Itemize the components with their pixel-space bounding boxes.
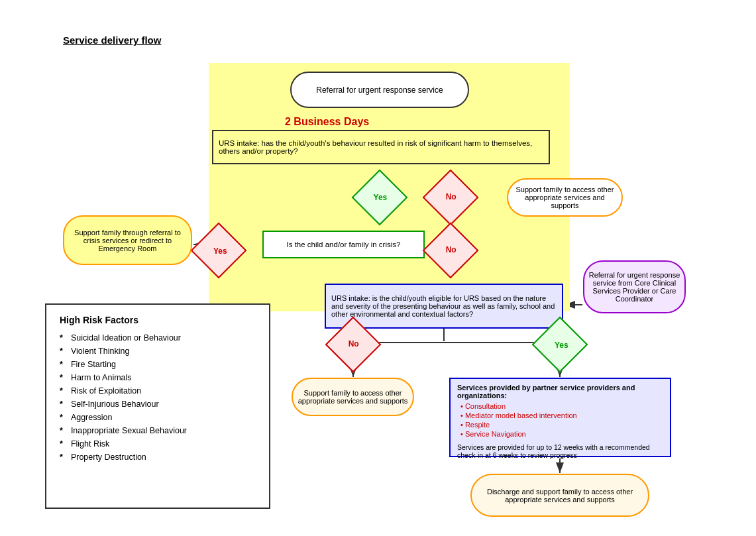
- high-risk-item: *Self-Injurious Behaviour: [60, 400, 256, 409]
- services-title: Services provided by partner service pro…: [457, 384, 663, 400]
- bullet-star: *: [60, 373, 63, 382]
- referral-pill: Referral for urgent response service: [290, 72, 469, 108]
- yes-label-2: Yes: [213, 246, 227, 256]
- yes-label-3: Yes: [555, 341, 568, 350]
- high-risk-item: *Harm to Animals: [60, 373, 256, 382]
- support-family-pill-1: Support family to access other appropria…: [507, 178, 623, 217]
- bullet-star: *: [60, 333, 63, 343]
- crisis-box: Is the child and/or family in crisis?: [262, 231, 425, 258]
- services-box: Services provided by partner service pro…: [449, 378, 671, 457]
- page-title: Service delivery flow: [63, 34, 161, 46]
- bullet-star: *: [60, 426, 63, 435]
- no-label-3: No: [349, 339, 359, 348]
- support-family-pill-2: Support family to access other appropria…: [292, 378, 414, 416]
- services-note: Services are provided for up to 12 weeks…: [457, 443, 663, 459]
- high-risk-item-text: Suicidal Ideation or Behaviour: [71, 333, 181, 343]
- high-risk-title: High Risk Factors: [60, 315, 256, 325]
- bullet-star: *: [60, 413, 63, 422]
- high-risk-item: *Inappropriate Sexual Behaviour: [60, 426, 256, 435]
- high-risk-item-text: Self-Injurious Behaviour: [71, 400, 159, 409]
- high-risk-item: *Aggression: [60, 413, 256, 422]
- high-risk-list: *Suicidal Ideation or Behaviour*Violent …: [60, 333, 256, 462]
- high-risk-item: *Violent Thinking: [60, 347, 256, 356]
- bullet-star: *: [60, 360, 63, 369]
- no-label-2: No: [446, 245, 457, 254]
- no-label-1: No: [446, 192, 457, 201]
- service-item: • Respite: [460, 421, 663, 429]
- high-risk-item-text: Flight Risk: [71, 439, 109, 449]
- bullet-star: *: [60, 347, 63, 356]
- bullet-star: *: [60, 386, 63, 396]
- high-risk-item-text: Property Destruction: [71, 453, 146, 462]
- urs-eligible-box: URS intake: is the child/youth eligible …: [325, 284, 563, 329]
- high-risk-item-text: Aggression: [71, 413, 113, 422]
- yes-label-1: Yes: [374, 193, 388, 202]
- high-risk-item: *Flight Risk: [60, 439, 256, 449]
- discharge-pill: Discharge and support family to access o…: [470, 474, 649, 517]
- bullet-star: *: [60, 453, 63, 462]
- high-risk-item: *Property Destruction: [60, 453, 256, 462]
- high-risk-item: *Fire Starting: [60, 360, 256, 369]
- high-risk-box: High Risk Factors *Suicidal Ideation or …: [45, 303, 270, 509]
- urs-intake-box-1: URS intake: has the child/youth's behavi…: [212, 130, 550, 164]
- high-risk-item-text: Fire Starting: [71, 360, 116, 369]
- services-list: • Consultation• Mediator model based int…: [457, 402, 663, 438]
- bullet-star: *: [60, 439, 63, 449]
- two-business-days-label: 2 Business Days: [285, 116, 369, 128]
- service-item: • Consultation: [460, 402, 663, 410]
- service-item: • Mediator model based intervention: [460, 411, 663, 419]
- high-risk-item-text: Inappropriate Sexual Behaviour: [71, 426, 187, 435]
- high-risk-item: *Suicidal Ideation or Behaviour: [60, 333, 256, 343]
- high-risk-item: *Risk of Exploitation: [60, 386, 256, 396]
- high-risk-item-text: Harm to Animals: [71, 373, 132, 382]
- high-risk-item-text: Risk of Exploitation: [71, 386, 141, 396]
- support-family-left-pill: Support family through referral to crisi…: [63, 215, 192, 265]
- bullet-star: *: [60, 400, 63, 409]
- high-risk-item-text: Violent Thinking: [71, 347, 130, 356]
- service-item: • Service Navigation: [460, 430, 663, 438]
- referral-core-pill: Referral for urgent response service fro…: [583, 260, 686, 313]
